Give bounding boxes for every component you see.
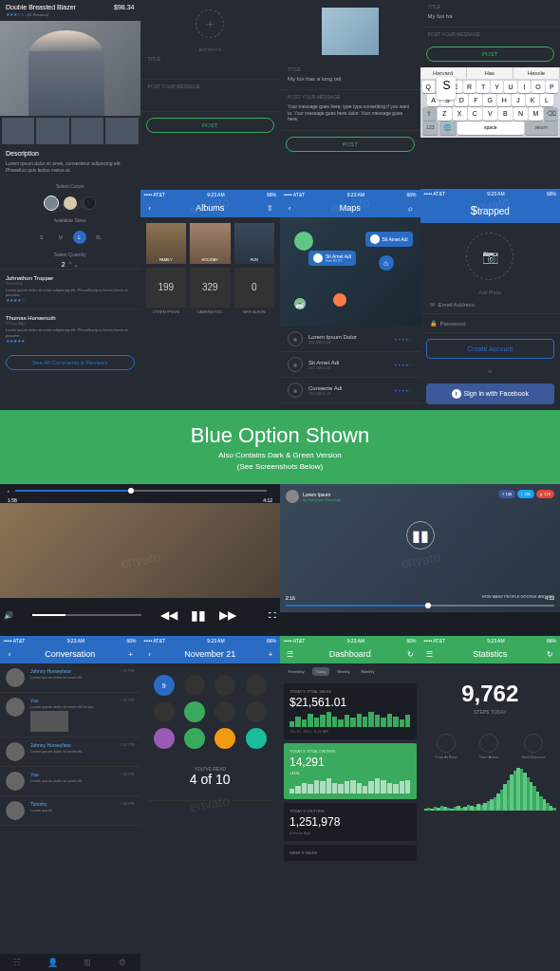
facebook-signin-button[interactable]: fSign in with Facebook [426, 383, 555, 404]
tab-icon[interactable]: ☷ [0, 958, 35, 967]
tab-icon[interactable]: ⚙ [105, 958, 140, 967]
calendar-day[interactable] [215, 675, 235, 696]
post-button[interactable]: POST [426, 47, 555, 62]
location-item[interactable]: ⎈Lorem Ipsum Dolor192.168.0.13★★★★☆ [280, 327, 420, 352]
refresh-icon[interactable]: ↻ [545, 648, 556, 660]
kb-key[interactable]: M [529, 107, 543, 121]
refresh-icon[interactable]: ↻ [405, 648, 417, 660]
back-icon[interactable]: ‹ [4, 648, 15, 660]
kb-suggestion[interactable]: Has [467, 67, 513, 79]
kb-key[interactable]: I [518, 81, 531, 93]
email-field[interactable]: ✉Email Address: [420, 295, 561, 314]
message-input[interactable] [140, 93, 281, 112]
calendar-day[interactable] [246, 675, 267, 696]
post-button[interactable]: POST [286, 137, 415, 152]
kb-key[interactable]: P [546, 81, 558, 93]
add-icon[interactable]: + [125, 648, 137, 660]
message-image[interactable] [30, 711, 68, 732]
back-icon[interactable]: ‹ [144, 648, 156, 660]
create-account-button[interactable]: Create Account [426, 339, 555, 359]
kb-key[interactable]: Q [422, 81, 435, 93]
map-canvas[interactable]: Sit Amet Adi Sit Amet AdiFrom NY, NY ⌂ ☕ [280, 217, 420, 327]
location-item[interactable]: ⎈Sit Amet Adi192.168.0.13★★★★☆ [280, 352, 420, 378]
calendar-day[interactable]: 9 [154, 675, 175, 696]
calendar-day[interactable] [154, 701, 175, 722]
thumbnail[interactable] [71, 118, 103, 144]
photo-preview[interactable] [322, 8, 379, 55]
play-button[interactable]: ▮▮ [406, 521, 435, 550]
kb-key[interactable]: G [483, 94, 496, 106]
kb-suggestion[interactable]: Hassle [513, 67, 560, 79]
back-icon[interactable]: ‹ [8, 488, 9, 494]
video-canvas[interactable] [0, 503, 280, 598]
kb-key[interactable]: T [476, 81, 489, 93]
calendar-day[interactable] [246, 701, 267, 722]
calendar-day[interactable] [184, 701, 205, 722]
color-swatch[interactable] [45, 196, 58, 210]
next-button[interactable]: ▶▶ [219, 608, 236, 622]
twitter-count[interactable]: t231 [517, 490, 534, 498]
kb-key[interactable]: O [532, 81, 544, 93]
kb-shift[interactable]: ⇧ [422, 107, 437, 121]
color-swatch[interactable] [64, 196, 77, 210]
tab-icon[interactable]: 👤 [35, 958, 70, 967]
album[interactable]: FAMILY [146, 223, 187, 264]
kb-key[interactable]: L [540, 94, 553, 106]
dash-tab[interactable]: Yesterday [284, 667, 308, 676]
map-pin-icon[interactable] [333, 293, 346, 307]
dash-tab[interactable]: Today [312, 667, 330, 676]
all-reviews-button[interactable]: See All Comments & Reviews [6, 355, 135, 370]
title-input[interactable]: My fox has a long tail [280, 76, 420, 90]
calendar-day[interactable] [154, 728, 175, 749]
message-input[interactable]: Your message goes here, type typo someth… [280, 103, 420, 131]
tab-icon[interactable]: ⊞ [70, 958, 105, 967]
menu-icon[interactable]: ☰ [424, 648, 436, 660]
color-swatch[interactable] [83, 196, 96, 210]
thumbnail[interactable] [36, 118, 68, 144]
conversation-item[interactable]: Johnny Horseyface7:41 PM Lorem ipsum dol… [0, 663, 140, 693]
conversation-item[interactable]: Johnny Horseyface7:41 PM Lorem ipsum dol… [0, 738, 140, 767]
album[interactable]: FUN [234, 223, 275, 264]
kb-key[interactable]: SS [440, 94, 454, 106]
conversation-item[interactable]: Timothy7:41 PM Lorem ipsum [0, 796, 140, 826]
kb-key[interactable]: X [453, 107, 467, 121]
kb-key[interactable]: C [468, 107, 482, 121]
thumbnail[interactable] [105, 118, 138, 144]
album[interactable]: 0 [234, 268, 275, 308]
location-item[interactable]: ⎈Consecte Adi192.168.0.13★★★★☆ [280, 378, 420, 403]
kb-key[interactable]: H [497, 94, 511, 106]
calendar-day[interactable] [184, 675, 205, 696]
kb-key[interactable]: N [513, 107, 528, 121]
search-icon[interactable]: ⌕ [404, 202, 416, 214]
back-icon[interactable]: ‹ [144, 202, 156, 214]
kb-return[interactable]: return [525, 121, 558, 135]
album[interactable]: 329 [190, 268, 231, 308]
google-count[interactable]: g178 [536, 490, 554, 498]
size-option[interactable]: M [54, 231, 67, 244]
dash-tab[interactable]: Monthly [357, 667, 378, 676]
kb-numeric[interactable]: 123 [422, 121, 439, 135]
dash-tab[interactable]: Weekly [333, 667, 353, 676]
kb-key[interactable]: J [512, 94, 525, 106]
map-pin-icon[interactable]: ☕ [294, 298, 306, 309]
thumbnail[interactable] [2, 118, 34, 144]
calendar-day[interactable] [215, 701, 235, 722]
fullscreen-icon[interactable]: ⛶ [269, 611, 276, 620]
kb-key[interactable]: B [498, 107, 513, 121]
menu-icon[interactable]: ☰ [284, 648, 295, 660]
password-field[interactable]: 🔒Password: [420, 314, 561, 333]
map-callout[interactable]: Sit Amet AdiFrom NY, NY [308, 251, 356, 266]
calendar-day[interactable] [215, 728, 235, 749]
kb-key[interactable]: U [504, 81, 516, 93]
size-option[interactable]: XL [92, 231, 105, 244]
add-photo-button[interactable]: + [196, 9, 224, 38]
kb-backspace[interactable]: ⌫ [544, 107, 558, 121]
conversation-item[interactable]: You7:41 PM Lorem ipsum dolor sit amet el… [0, 693, 140, 738]
kb-key[interactable]: D [455, 94, 468, 106]
album[interactable]: 199 [146, 268, 187, 308]
map-pin-icon[interactable]: ⌂ [379, 255, 394, 271]
calendar-day[interactable] [184, 728, 205, 749]
size-option[interactable]: L [73, 231, 86, 244]
album[interactable]: HOLIDAY [190, 223, 231, 264]
video-canvas[interactable]: Lorem Ipsumby Sampson Sampson f138 t231 … [280, 484, 560, 612]
